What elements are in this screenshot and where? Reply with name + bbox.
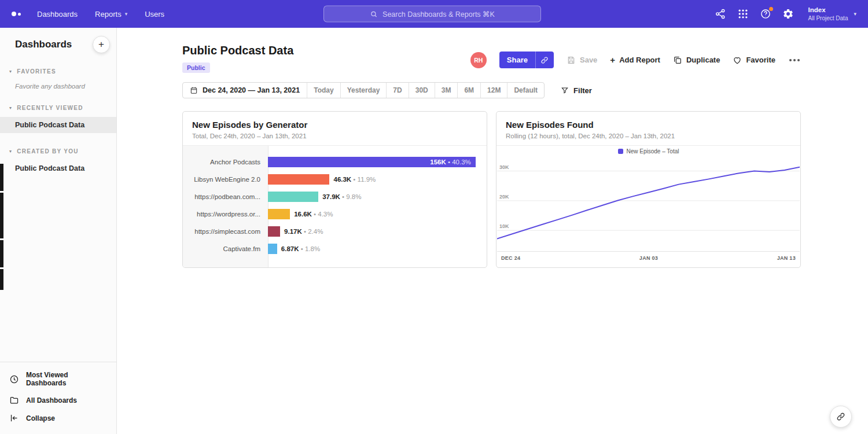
x-axis-tick: DEC 24: [501, 255, 520, 261]
topnav-right: Index All Project Data ▾: [715, 6, 856, 22]
sidebar-section-header[interactable]: ▾CREATED BY YOU: [0, 148, 116, 155]
main-content: Public Podcast Data Public RH Share: [117, 28, 868, 434]
sidebar-item-list: Public Podcast Data: [0, 117, 116, 133]
sidebar-section: ▾RECENTLY VIEWEDPublic Podcast Data: [0, 105, 116, 133]
sidebar-section-label: CREATED BY YOU: [17, 148, 79, 155]
primary-nav: DashboardsReports▾Users: [37, 10, 164, 19]
footer-item-label: Collapse: [26, 414, 55, 422]
bar-segment[interactable]: 156K • 40.3%: [268, 157, 476, 167]
heart-icon: [733, 56, 742, 65]
apps-grid-icon[interactable]: [737, 8, 749, 20]
chevron-down-icon: ▾: [9, 69, 12, 74]
sidebar-section-header[interactable]: ▾RECENTLY VIEWED: [0, 105, 116, 111]
date-range-control: Dec 24, 2020 — Jan 13, 2021 TodayYesterd…: [182, 82, 545, 98]
bar-value-label: 6.87K • 1.8%: [281, 245, 320, 252]
bar-category-label: https://wordpress.or...: [183, 211, 268, 218]
report-card-bar: New Episodes by Generator Total, Dec 24t…: [182, 111, 487, 268]
save-button[interactable]: Save: [567, 56, 597, 65]
sidebar-footer: Most Viewed Dashboards All Dashboards Co…: [0, 362, 116, 434]
chevron-down-icon: ▾: [854, 11, 856, 17]
sidebar-section: ▾CREATED BY YOUPublic Podcast Data: [0, 148, 116, 176]
nav-item-reports[interactable]: Reports▾: [95, 10, 127, 19]
bar-segment[interactable]: [268, 226, 280, 237]
collapse-icon: [9, 413, 19, 423]
range-preset-12m[interactable]: 12M: [480, 83, 507, 98]
sidebar-item-list: Public Podcast Data: [0, 160, 116, 176]
more-options-button[interactable]: [788, 56, 801, 65]
bar-track: 6.87K • 1.8%: [268, 244, 487, 254]
copy-link-fab[interactable]: [830, 406, 852, 428]
most-viewed-dashboards-item[interactable]: Most Viewed Dashboards: [0, 367, 116, 391]
bar-row: https://wordpress.or...16.6K • 4.3%: [183, 205, 487, 223]
nav-item-label: Reports: [95, 10, 122, 19]
sidebar-section-label: FAVORITES: [17, 68, 56, 75]
filter-icon: [561, 86, 569, 94]
dashboard-header: Public Podcast Data Public RH Share: [182, 44, 801, 73]
calendar-icon: [190, 86, 198, 94]
chart-legend: New Episode – Total: [496, 148, 800, 155]
range-preset-yesterday[interactable]: Yesterday: [340, 83, 387, 98]
bar-row: https://podbean.com...37.9K • 9.8%: [183, 188, 487, 205]
sidebar-section-header[interactable]: ▾FAVORITES: [0, 68, 116, 75]
global-search-input[interactable]: Search Dashboards & Reports ⌘K: [323, 6, 541, 23]
project-switcher[interactable]: Index All Project Data ▾: [808, 6, 856, 22]
project-scope: All Project Data: [808, 14, 848, 22]
footer-item-label: Most Viewed Dashboards: [26, 371, 107, 387]
connections-icon[interactable]: [715, 8, 726, 20]
project-name: Index: [808, 6, 848, 14]
background-window-artifact: [0, 193, 3, 238]
sidebar-empty-hint: Favorite any dashboard: [0, 75, 116, 90]
nav-item-label: Dashboards: [37, 10, 78, 19]
app-logo-icon[interactable]: [12, 12, 21, 16]
sidebar-item[interactable]: Public Podcast Data: [0, 160, 116, 176]
y-axis-tick: 20K: [499, 194, 509, 200]
bar-track: 16.6K • 4.3%: [268, 209, 487, 219]
add-report-button[interactable]: + Add Report: [610, 56, 660, 64]
duplicate-button[interactable]: Duplicate: [673, 56, 720, 65]
legend-swatch: [618, 149, 623, 154]
chevron-down-icon: ▾: [125, 11, 128, 17]
bar-category-label: Captivate.fm: [183, 245, 268, 252]
add-dashboard-button[interactable]: +: [93, 36, 110, 53]
bar-track: 46.3K • 11.9%: [268, 174, 487, 185]
range-preset-3m[interactable]: 3M: [435, 83, 458, 98]
range-preset-7d[interactable]: 7D: [386, 83, 408, 98]
search-placeholder: Search Dashboards & Reports ⌘K: [382, 10, 495, 19]
legend-label: New Episode – Total: [627, 148, 679, 155]
dashboard-actions: RH Share: [470, 52, 801, 68]
nav-item-users[interactable]: Users: [145, 10, 164, 19]
sidebar: Dashboards + ▾FAVORITESFavorite any dash…: [0, 28, 117, 434]
nav-item-dashboards[interactable]: Dashboards: [37, 10, 78, 19]
app-window: DashboardsReports▾Users Search Dashboard…: [0, 0, 868, 434]
collapse-sidebar-button[interactable]: Collapse: [0, 409, 116, 427]
favorite-button[interactable]: Favorite: [733, 56, 775, 65]
range-preset-6m[interactable]: 6M: [457, 83, 480, 98]
bar-track: 9.17K • 2.4%: [268, 226, 487, 237]
bar-segment[interactable]: [268, 174, 329, 185]
range-preset-30d[interactable]: 30D: [409, 83, 435, 98]
avatar[interactable]: RH: [470, 52, 487, 68]
line-series: [497, 167, 800, 239]
chevron-down-icon: ▾: [9, 149, 12, 154]
bar-segment[interactable]: [268, 209, 290, 219]
y-axis-tick: 30K: [499, 164, 509, 170]
range-preset-default[interactable]: Default: [507, 83, 544, 98]
page-title: Public Podcast Data: [182, 44, 293, 57]
background-window-artifact: [0, 164, 3, 191]
all-dashboards-item[interactable]: All Dashboards: [0, 391, 116, 409]
sidebar-item[interactable]: Public Podcast Data: [0, 117, 116, 133]
settings-gear-icon[interactable]: [782, 8, 794, 20]
date-range-button[interactable]: Dec 24, 2020 — Jan 13, 2021: [183, 83, 307, 98]
card-header: New Episodes Found Rolling (12 hours), t…: [496, 112, 800, 146]
sidebar-section: ▾FAVORITESFavorite any dashboard: [0, 68, 116, 90]
help-icon[interactable]: [760, 8, 771, 20]
range-preset-today[interactable]: Today: [307, 83, 340, 98]
filter-button[interactable]: Filter: [561, 86, 592, 95]
bar-segment[interactable]: [268, 244, 277, 254]
bar-value-label: 9.17K • 2.4%: [284, 228, 323, 235]
share-link-button[interactable]: [536, 52, 554, 68]
card-title: New Episodes Found: [506, 120, 791, 130]
folder-icon: [9, 395, 19, 405]
bar-segment[interactable]: [268, 192, 318, 202]
share-button[interactable]: Share: [499, 52, 535, 68]
